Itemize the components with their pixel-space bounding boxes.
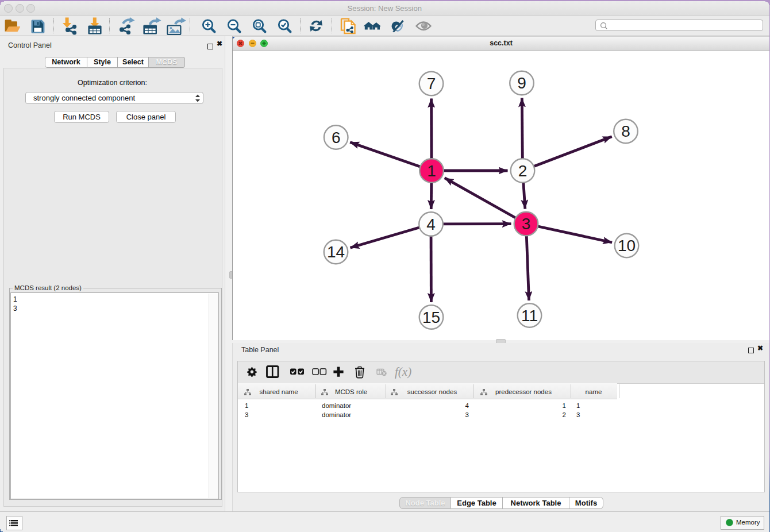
svg-text:4: 4 (426, 215, 436, 233)
svg-text:11: 11 (521, 307, 538, 325)
svg-text:3: 3 (522, 215, 531, 233)
svg-text:7: 7 (427, 75, 436, 92)
svg-text:10: 10 (618, 237, 636, 255)
svg-text:15: 15 (422, 309, 440, 326)
svg-text:2: 2 (518, 162, 528, 180)
svg-text:8: 8 (621, 122, 630, 140)
svg-text:9: 9 (517, 74, 526, 92)
svg-text:f(x): f(x) (395, 365, 411, 379)
svg-text:14: 14 (327, 243, 345, 261)
svg-text:6: 6 (332, 129, 341, 147)
svg-text:1: 1 (427, 162, 436, 180)
